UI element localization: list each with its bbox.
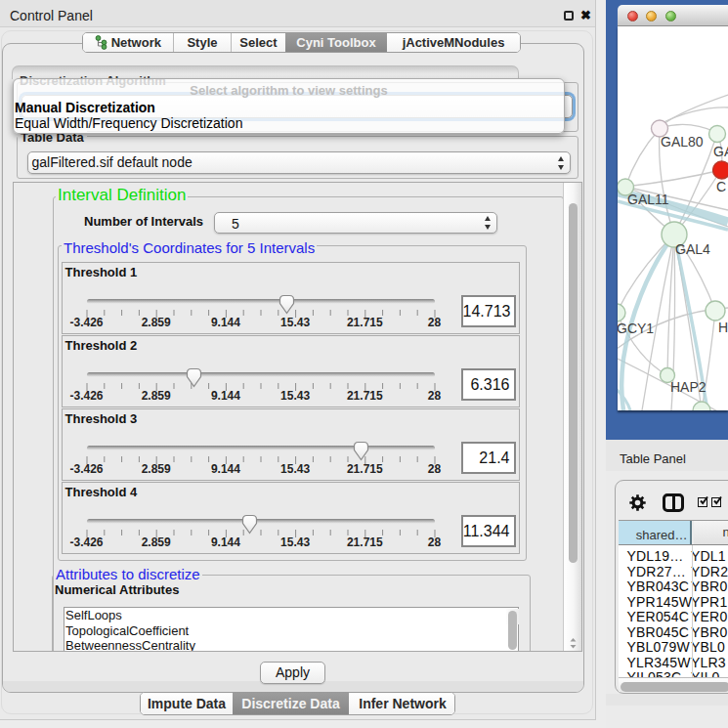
svg-text:GAL4: GAL4 [675,241,710,257]
svg-text:GCY1: GCY1 [618,321,654,336]
svg-text:GA: GA [713,144,728,159]
svg-text:GAL80: GAL80 [661,134,704,150]
svg-text:H: H [718,320,728,335]
svg-text:C: C [716,179,726,194]
svg-text:GAL11: GAL11 [627,192,669,207]
svg-text:HAP2: HAP2 [670,379,707,395]
